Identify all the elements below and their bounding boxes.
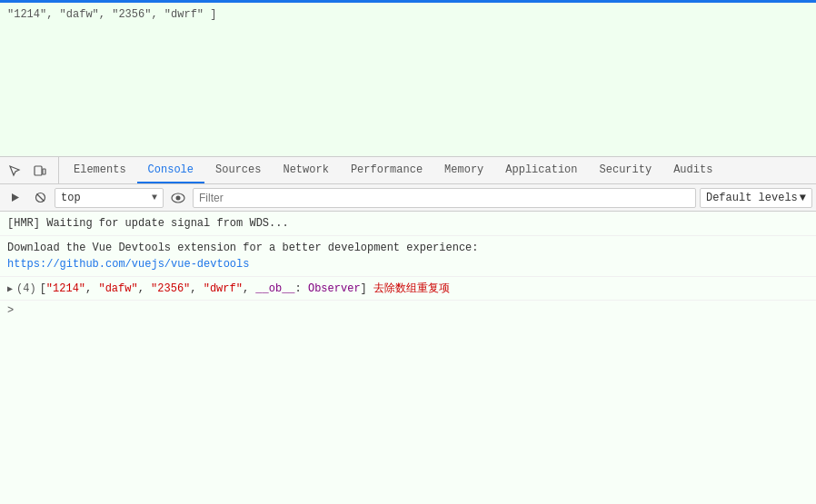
array-output-line: ▶ (4) [ "1214", "dafw", "2356", "dwrf", …: [0, 277, 816, 301]
default-levels-label: Default levels: [706, 192, 798, 204]
context-label: top: [61, 192, 148, 204]
code-line: "1214", "dafw", "2356", "dwrf" ]: [7, 6, 809, 23]
filter-input[interactable]: [193, 188, 696, 208]
play-icon[interactable]: [4, 187, 25, 209]
default-levels-arrow: ▼: [800, 192, 806, 204]
context-dropdown-arrow: ▼: [152, 193, 157, 203]
tab-application[interactable]: Application: [494, 157, 588, 183]
svg-line-4: [36, 194, 44, 202]
svg-rect-1: [43, 169, 45, 174]
tab-elements[interactable]: Elements: [63, 157, 137, 183]
tab-sources[interactable]: Sources: [204, 157, 272, 183]
console-toolbar: top ▼ Default levels ▼: [0, 184, 816, 212]
ob-key: __ob__: [255, 282, 294, 295]
block-icon[interactable]: [29, 187, 51, 209]
tab-audits[interactable]: Audits: [662, 157, 723, 183]
tab-security[interactable]: Security: [589, 157, 663, 183]
eye-icon[interactable]: [167, 187, 189, 209]
svg-marker-2: [12, 193, 19, 202]
tab-list: Elements Console Sources Network Perform…: [59, 157, 723, 183]
svg-rect-0: [35, 166, 42, 175]
tab-performance[interactable]: Performance: [340, 157, 433, 183]
devtools-message: Download the Vue Devtools extension for …: [0, 236, 816, 277]
array-item-1: "1214": [46, 282, 85, 295]
array-item-2: "dafw": [98, 282, 137, 295]
tab-memory[interactable]: Memory: [433, 157, 494, 183]
toolbar-icons: [4, 157, 59, 183]
chinese-label: 去除数组重复项: [373, 281, 450, 296]
console-output: [HMR] Waiting for update signal from WDS…: [0, 212, 816, 504]
expand-arrow[interactable]: ▶: [7, 283, 13, 294]
hmr-message: [HMR] Waiting for update signal from WDS…: [0, 212, 816, 236]
prompt-line: >: [0, 301, 816, 321]
device-icon[interactable]: [29, 160, 51, 182]
cursor-icon[interactable]: [4, 160, 25, 182]
code-area: "1214", "dafw", "2356", "dwrf" ]: [0, 3, 816, 157]
array-item-3: "2356": [151, 282, 190, 295]
devtools-link[interactable]: https://github.com/vuejs/vue-devtools: [7, 258, 249, 271]
prompt-symbol: >: [7, 304, 14, 317]
ob-val: Observer: [308, 282, 361, 295]
tab-console[interactable]: Console: [137, 157, 204, 183]
default-levels-dropdown[interactable]: Default levels ▼: [700, 188, 812, 208]
array-item-4: "dwrf": [204, 282, 243, 295]
context-selector[interactable]: top ▼: [55, 188, 164, 208]
tab-network[interactable]: Network: [272, 157, 339, 183]
main-toolbar: Elements Console Sources Network Perform…: [0, 157, 816, 184]
array-count: (4): [16, 282, 36, 295]
svg-point-6: [176, 195, 181, 200]
